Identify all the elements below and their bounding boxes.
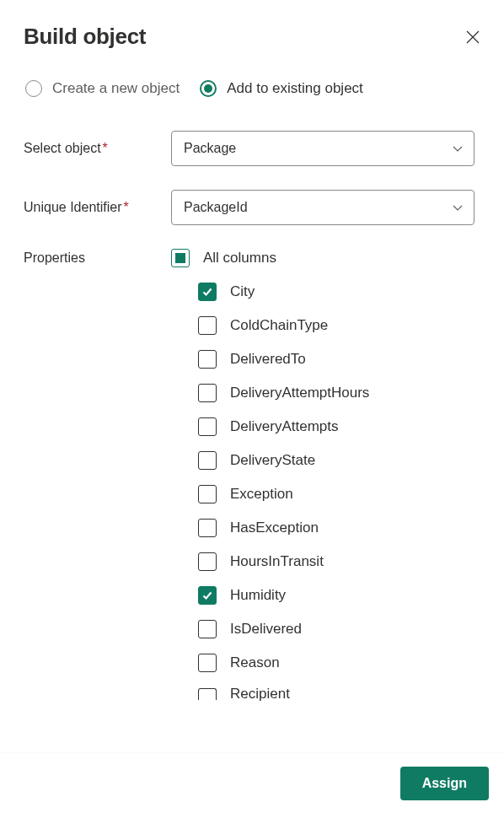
content-area: ▲ ▼ Create a new object Add to existing … — [24, 80, 484, 745]
panel-footer: Assign — [0, 752, 504, 813]
unique-identifier-label: Unique Identifier* — [24, 200, 171, 215]
panel-title: Build object — [24, 24, 146, 50]
checkmark-icon — [201, 286, 213, 298]
property-checkbox[interactable] — [198, 283, 217, 301]
indeterminate-icon — [175, 253, 185, 263]
property-row[interactable]: City — [171, 283, 484, 301]
property-checkbox[interactable] — [198, 552, 217, 571]
property-label: IsDelivered — [230, 621, 302, 638]
select-object-label: Select object* — [24, 141, 171, 156]
property-row[interactable]: Humidity — [171, 586, 484, 605]
property-label: DeliveryAttemptHours — [230, 385, 369, 401]
property-row[interactable]: Reason — [171, 654, 484, 672]
select-object-label-text: Select object — [24, 141, 101, 155]
unique-identifier-row: Unique Identifier* PackageId — [24, 190, 484, 225]
checkmark-icon — [201, 590, 213, 601]
property-checkbox[interactable] — [198, 384, 217, 402]
close-button[interactable] — [462, 26, 484, 48]
assign-button[interactable]: Assign — [400, 767, 489, 800]
property-label: Recipient — [230, 687, 290, 701]
chevron-down-icon — [452, 200, 464, 215]
property-checkbox[interactable] — [198, 654, 217, 672]
property-checkbox[interactable] — [198, 417, 217, 436]
scrollbar[interactable]: ▲ ▼ — [480, 80, 484, 745]
radio-add-existing[interactable]: Add to existing object — [200, 80, 363, 97]
property-label: DeliveryState — [230, 452, 315, 469]
close-icon — [465, 30, 480, 45]
select-object-dropdown[interactable]: Package — [171, 131, 475, 166]
property-label: Exception — [230, 486, 293, 503]
unique-identifier-value: PackageId — [184, 200, 248, 215]
property-label: ColdChainType — [230, 317, 328, 334]
property-row[interactable]: HoursInTransit — [171, 552, 484, 571]
all-columns-label: All columns — [203, 250, 276, 267]
property-row[interactable]: Exception — [171, 485, 484, 503]
radio-dot-icon — [204, 84, 212, 93]
property-row[interactable]: DeliveryAttempts — [171, 417, 484, 436]
properties-list: All columns CityColdChainTypeDeliveredTo… — [171, 249, 484, 701]
unique-identifier-dropdown[interactable]: PackageId — [171, 190, 475, 225]
property-row[interactable]: HasException — [171, 519, 484, 537]
property-row[interactable]: DeliveryAttemptHours — [171, 384, 484, 402]
mode-radio-group: Create a new object Add to existing obje… — [24, 80, 484, 97]
radio-circle-unselected — [25, 80, 42, 97]
all-columns-row[interactable]: All columns — [171, 249, 484, 267]
chevron-down-icon — [452, 141, 464, 156]
property-row[interactable]: IsDelivered — [171, 620, 484, 638]
property-row[interactable]: Recipient — [171, 687, 484, 701]
property-checkbox[interactable] — [198, 485, 217, 503]
property-row[interactable]: ColdChainType — [171, 316, 484, 335]
property-checkbox[interactable] — [198, 316, 217, 335]
required-asterisk: * — [103, 141, 108, 155]
select-object-row: Select object* Package — [24, 131, 484, 166]
all-columns-checkbox[interactable] — [171, 249, 190, 267]
property-label: Humidity — [230, 587, 286, 604]
radio-circle-selected — [200, 80, 217, 97]
property-checkbox[interactable] — [198, 688, 217, 700]
property-checkbox[interactable] — [198, 519, 217, 537]
property-checkbox[interactable] — [198, 451, 217, 470]
property-row[interactable]: DeliveredTo — [171, 350, 484, 369]
property-label: DeliveredTo — [230, 351, 306, 368]
property-label: Reason — [230, 654, 280, 671]
property-checkbox[interactable] — [198, 586, 217, 605]
property-checkbox[interactable] — [198, 620, 217, 638]
radio-label-create: Create a new object — [52, 80, 180, 97]
required-asterisk: * — [124, 200, 129, 214]
property-label: HoursInTransit — [230, 553, 324, 570]
property-label: City — [230, 283, 255, 300]
property-checkbox[interactable] — [198, 350, 217, 369]
radio-create-new[interactable]: Create a new object — [25, 80, 180, 97]
radio-label-add: Add to existing object — [227, 80, 363, 97]
select-object-value: Package — [184, 141, 236, 156]
properties-section: Properties All columns CityColdChainType… — [24, 249, 484, 701]
property-row[interactable]: DeliveryState — [171, 451, 484, 470]
build-object-panel: Build object ▲ ▼ Create a new object Add… — [0, 0, 504, 813]
property-label: DeliveryAttempts — [230, 418, 338, 435]
unique-identifier-label-text: Unique Identifier — [24, 200, 122, 214]
property-label: HasException — [230, 520, 319, 536]
properties-label: Properties — [24, 249, 171, 266]
panel-header: Build object — [24, 24, 484, 50]
